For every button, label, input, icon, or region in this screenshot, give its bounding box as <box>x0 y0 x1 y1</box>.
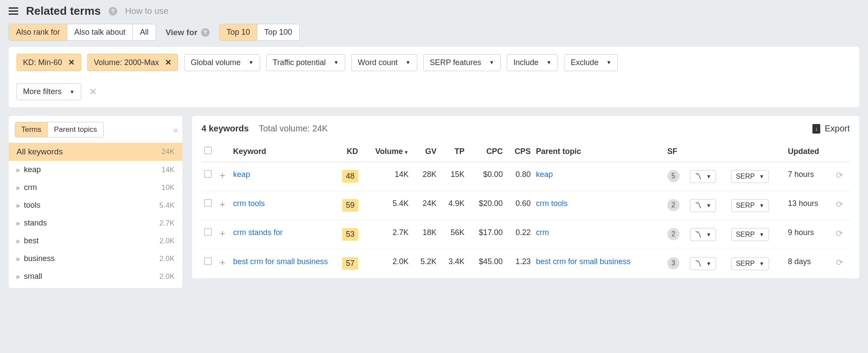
chevron-down-icon: ▼ <box>706 232 711 238</box>
col-keyword[interactable]: Keyword <box>231 141 333 162</box>
select-all-checkbox[interactable] <box>204 147 212 154</box>
chevron-down-icon: ▼ <box>606 59 611 65</box>
tab-also-rank-for[interactable]: Also rank for <box>9 24 67 40</box>
cell-tp: 3.4K <box>439 249 467 278</box>
filter-more[interactable]: More filters▼ <box>17 83 81 100</box>
help-icon[interactable]: ? <box>201 28 210 37</box>
sidebar-item[interactable]: ▶keap14K <box>9 161 182 179</box>
refresh-icon[interactable]: ⟳ <box>836 258 843 267</box>
col-cps[interactable]: CPS <box>505 141 533 162</box>
chevron-right-icon: ▶ <box>17 185 20 191</box>
sidebar-item[interactable]: ▶crm10K <box>9 179 182 196</box>
sidebar-item[interactable]: ▶small2.0K <box>9 268 182 285</box>
row-checkbox[interactable] <box>204 228 212 236</box>
serp-button[interactable]: SERP▼ <box>731 228 769 241</box>
how-to-use-link[interactable]: How to use <box>125 6 168 16</box>
sidebar-item[interactable]: ▶business2.0K <box>9 250 182 268</box>
tab-parent-topics[interactable]: Parent topics <box>48 122 103 137</box>
sidebar-item[interactable]: ▶best2.0K <box>9 232 182 250</box>
filter-global-volume[interactable]: Global volume▼ <box>184 54 260 71</box>
sf-badge[interactable]: 5 <box>667 170 680 182</box>
tab-top100[interactable]: Top 100 <box>257 24 299 40</box>
cell-cpc: $17.00 <box>467 220 505 249</box>
col-sf[interactable]: SF <box>665 141 688 162</box>
sidebar-item[interactable]: ▶tools5.4K <box>9 196 182 214</box>
refresh-icon[interactable]: ⟳ <box>836 199 843 209</box>
col-gv[interactable]: GV <box>411 141 439 162</box>
chevron-down-icon: ▼ <box>706 203 711 209</box>
close-icon[interactable]: ✕ <box>68 58 75 67</box>
sidebar-all-keywords[interactable]: All keywords 24K <box>9 143 182 161</box>
row-checkbox[interactable] <box>204 199 212 207</box>
cell-cpc: $0.00 <box>467 162 505 191</box>
filter-kd[interactable]: KD: Min-60 ✕ <box>17 54 81 71</box>
trend-button[interactable]: 〽▼ <box>690 199 716 212</box>
sidebar-item[interactable]: ▶stands2.7K <box>9 214 182 232</box>
expand-icon[interactable]: + <box>217 199 228 210</box>
parent-topic-link[interactable]: best crm for small business <box>536 257 630 266</box>
parent-topic-link[interactable]: crm tools <box>536 199 568 208</box>
keyword-link[interactable]: crm stands for <box>233 228 283 237</box>
col-parent-topic[interactable]: Parent topic <box>533 141 664 162</box>
export-button[interactable]: ↓ Export <box>812 124 850 134</box>
expand-icon[interactable]: + <box>217 170 228 181</box>
parent-topic-link[interactable]: crm <box>536 228 549 237</box>
cell-updated: 9 hours <box>785 220 833 249</box>
menu-icon[interactable] <box>9 6 18 16</box>
table-row: + best crm for small business 57 2.0K 5.… <box>201 249 850 278</box>
sf-badge[interactable]: 3 <box>667 257 680 269</box>
filter-include[interactable]: Include▼ <box>507 54 558 71</box>
refresh-icon[interactable]: ⟳ <box>836 170 843 180</box>
filter-volume[interactable]: Volume: 2000-Max ✕ <box>87 54 178 71</box>
filter-word-count[interactable]: Word count▼ <box>351 54 417 71</box>
col-cpc[interactable]: CPC <box>467 141 505 162</box>
chevron-down-icon: ▼ <box>406 59 411 65</box>
tab-terms[interactable]: Terms <box>15 122 48 137</box>
kd-badge: 53 <box>342 228 358 241</box>
filter-serp-features[interactable]: SERP features▼ <box>423 54 501 71</box>
serp-button[interactable]: SERP▼ <box>731 199 769 212</box>
trend-button[interactable]: 〽▼ <box>690 228 716 241</box>
serp-button[interactable]: SERP▼ <box>731 257 769 270</box>
tab-all[interactable]: All <box>133 24 155 40</box>
refresh-icon[interactable]: ⟳ <box>836 229 843 238</box>
cell-cps: 1.23 <box>505 249 533 278</box>
filter-exclude[interactable]: Exclude▼ <box>564 54 618 71</box>
trend-icon: 〽 <box>695 173 702 180</box>
col-kd[interactable]: KD <box>333 141 360 162</box>
col-updated[interactable]: Updated <box>785 141 833 162</box>
clear-filters-icon[interactable]: ✕ <box>87 86 99 98</box>
keyword-link[interactable]: keap <box>233 170 250 179</box>
filter-traffic-potential[interactable]: Traffic potential▼ <box>266 54 345 71</box>
chevron-down-icon: ▼ <box>546 59 551 65</box>
tab-also-talk-about[interactable]: Also talk about <box>67 24 133 40</box>
chevron-down-icon: ▼ <box>333 59 339 65</box>
tab-top10[interactable]: Top 10 <box>220 24 257 40</box>
col-volume[interactable]: Volume▼ <box>361 141 411 162</box>
chevron-down-icon: ▼ <box>489 59 494 65</box>
help-icon[interactable]: ? <box>109 7 117 16</box>
parent-topic-link[interactable]: keap <box>536 170 553 179</box>
keywords-table: Keyword KD Volume▼ GV TP CPC CPS Parent … <box>201 141 850 278</box>
row-checkbox[interactable] <box>204 257 212 265</box>
expand-icon[interactable]: + <box>217 257 228 268</box>
trend-button[interactable]: 〽▼ <box>690 257 716 270</box>
trend-button[interactable]: 〽▼ <box>690 170 716 183</box>
col-tp[interactable]: TP <box>439 141 467 162</box>
table-row: + crm tools 59 5.4K 24K 4.9K $20.00 0.60… <box>201 191 850 220</box>
serp-button[interactable]: SERP▼ <box>731 170 769 183</box>
chevron-right-icon: ▶ <box>17 274 20 280</box>
sidebar-item-count: 14K <box>162 166 175 174</box>
collapse-icon[interactable]: « <box>173 125 176 135</box>
sidebar-item-label: crm <box>24 183 37 192</box>
close-icon[interactable]: ✕ <box>165 58 172 67</box>
chevron-right-icon: ▶ <box>17 203 20 209</box>
row-checkbox[interactable] <box>204 170 212 178</box>
sf-badge[interactable]: 2 <box>667 199 680 211</box>
keyword-link[interactable]: best crm for small business <box>233 257 328 266</box>
expand-icon[interactable]: + <box>217 228 228 239</box>
sf-badge[interactable]: 2 <box>667 228 680 240</box>
keyword-link[interactable]: crm tools <box>233 199 265 208</box>
trend-icon: 〽 <box>695 202 702 209</box>
cell-cpc: $20.00 <box>467 191 505 220</box>
